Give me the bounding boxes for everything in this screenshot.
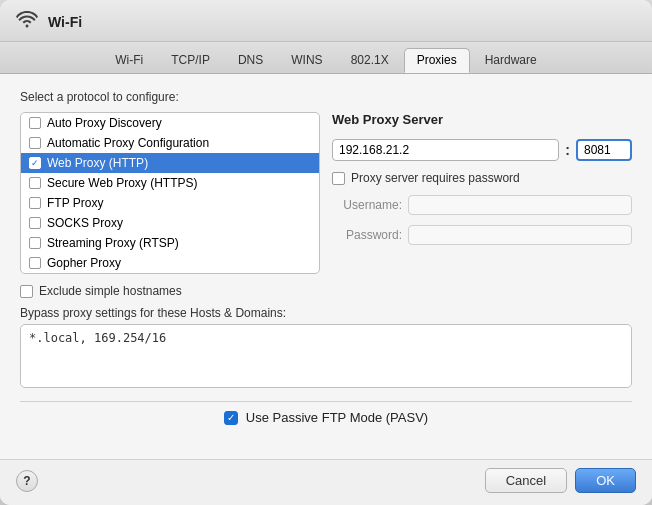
tab-wins[interactable]: WINS: [278, 48, 335, 73]
web-proxy-title: Web Proxy Server: [332, 112, 632, 127]
protocol-item-auto-proxy-config[interactable]: Automatic Proxy Configuration: [21, 133, 319, 153]
passive-ftp-row[interactable]: Use Passive FTP Mode (PASV): [20, 401, 632, 433]
ftp-proxy-checkbox[interactable]: [29, 197, 41, 209]
help-button[interactable]: ?: [16, 470, 38, 492]
tab-dns[interactable]: DNS: [225, 48, 276, 73]
streaming-proxy-checkbox[interactable]: [29, 237, 41, 249]
wifi-icon: [16, 10, 38, 33]
protocol-item-gopher-proxy[interactable]: Gopher Proxy: [21, 253, 319, 273]
server-row: :: [332, 139, 632, 161]
ok-button[interactable]: OK: [575, 468, 636, 493]
main-content: Select a protocol to configure: Auto Pro…: [0, 74, 652, 459]
server-address-input[interactable]: [332, 139, 559, 161]
exclude-hostnames-checkbox[interactable]: [20, 285, 33, 298]
username-row: Username:: [332, 195, 632, 215]
password-checkbox-row[interactable]: Proxy server requires password: [332, 171, 632, 185]
tab-proxies[interactable]: Proxies: [404, 48, 470, 73]
socks-proxy-checkbox[interactable]: [29, 217, 41, 229]
protocol-list: Auto Proxy Discovery Automatic Proxy Con…: [20, 112, 320, 274]
title-bar: Wi-Fi: [0, 0, 652, 42]
username-input[interactable]: [408, 195, 632, 215]
protocol-item-ftp-proxy[interactable]: FTP Proxy: [21, 193, 319, 213]
protocol-item-streaming-proxy[interactable]: Streaming Proxy (RTSP): [21, 233, 319, 253]
tab-hardware[interactable]: Hardware: [472, 48, 550, 73]
bypass-label: Bypass proxy settings for these Hosts & …: [20, 306, 632, 320]
requires-password-label: Proxy server requires password: [351, 171, 520, 185]
protocol-item-web-proxy[interactable]: Web Proxy (HTTP): [21, 153, 319, 173]
exclude-hostnames-row[interactable]: Exclude simple hostnames: [20, 284, 632, 298]
tab-wifi[interactable]: Wi-Fi: [102, 48, 156, 73]
right-panel: Web Proxy Server : Proxy server requires…: [332, 112, 632, 274]
auto-proxy-discovery-checkbox[interactable]: [29, 117, 41, 129]
port-input[interactable]: [576, 139, 632, 161]
colon-separator: :: [565, 142, 570, 158]
auto-proxy-config-checkbox[interactable]: [29, 137, 41, 149]
passive-ftp-label: Use Passive FTP Mode (PASV): [246, 410, 428, 425]
password-row-field: Password:: [332, 225, 632, 245]
window-title: Wi-Fi: [48, 14, 82, 30]
bottom-bar: ? Cancel OK: [0, 459, 652, 505]
protocol-item-auto-proxy-discovery[interactable]: Auto Proxy Discovery: [21, 113, 319, 133]
main-grid: Auto Proxy Discovery Automatic Proxy Con…: [20, 112, 632, 274]
password-input[interactable]: [408, 225, 632, 245]
requires-password-checkbox[interactable]: [332, 172, 345, 185]
password-label: Password:: [332, 228, 402, 242]
exclude-hostnames-label: Exclude simple hostnames: [39, 284, 182, 298]
tab-bar: Wi-Fi TCP/IP DNS WINS 802.1X Proxies Har…: [0, 42, 652, 74]
below-grid: Exclude simple hostnames Bypass proxy se…: [20, 284, 632, 391]
bypass-textarea[interactable]: *.local, 169.254/16: [20, 324, 632, 388]
gopher-proxy-checkbox[interactable]: [29, 257, 41, 269]
cancel-button[interactable]: Cancel: [485, 468, 567, 493]
protocol-item-secure-web-proxy[interactable]: Secure Web Proxy (HTTPS): [21, 173, 319, 193]
passive-ftp-checkbox[interactable]: [224, 411, 238, 425]
username-label: Username:: [332, 198, 402, 212]
web-proxy-checkbox[interactable]: [29, 157, 41, 169]
main-window: Wi-Fi Wi-Fi TCP/IP DNS WINS 802.1X Proxi…: [0, 0, 652, 505]
secure-web-proxy-checkbox[interactable]: [29, 177, 41, 189]
tab-8021x[interactable]: 802.1X: [338, 48, 402, 73]
tab-tcpip[interactable]: TCP/IP: [158, 48, 223, 73]
protocol-section-label: Select a protocol to configure:: [20, 90, 632, 104]
action-buttons: Cancel OK: [485, 468, 636, 493]
protocol-item-socks-proxy[interactable]: SOCKS Proxy: [21, 213, 319, 233]
